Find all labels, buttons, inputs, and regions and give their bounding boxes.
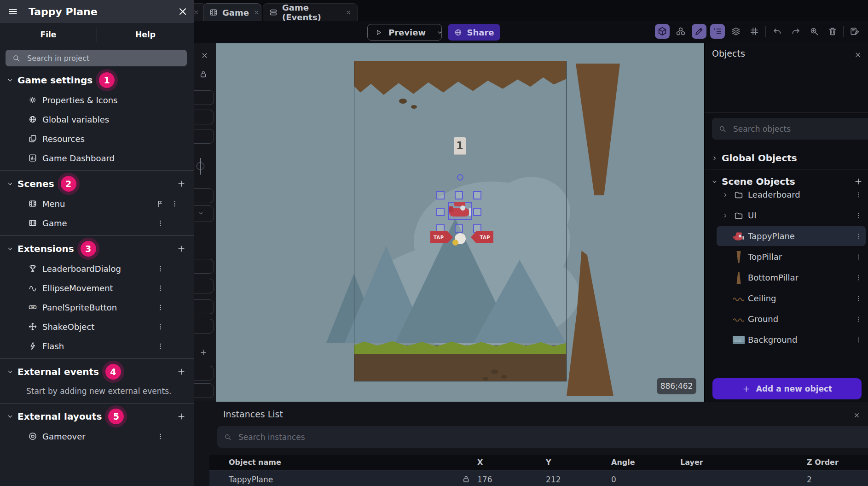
object-menu-icon[interactable] (855, 191, 862, 199)
section-add-icon[interactable] (177, 244, 186, 253)
item-menu-icon[interactable] (156, 323, 164, 331)
grid-button[interactable] (747, 24, 762, 39)
sidebar-item-leaderboarddialog[interactable]: LeaderboardDialog (0, 259, 194, 278)
section-header-external-events[interactable]: External events4 (0, 362, 194, 382)
item-menu-icon[interactable] (156, 304, 164, 311)
section-header-extensions[interactable]: Extensions3 (0, 239, 194, 259)
object-row-leaderboard[interactable]: Leaderboard (705, 184, 868, 205)
resize-handle[interactable] (473, 208, 481, 216)
resize-handle[interactable] (436, 191, 445, 199)
undo-button[interactable] (770, 24, 785, 39)
trash-icon (827, 26, 838, 36)
section-add-icon[interactable] (177, 367, 186, 376)
resize-handle[interactable] (455, 224, 463, 233)
item-menu-icon[interactable] (171, 200, 179, 208)
toggle-3d-view-button[interactable] (655, 24, 670, 39)
chevron-right-icon[interactable] (722, 192, 729, 198)
object-menu-icon[interactable] (855, 233, 862, 240)
chevron-right-icon[interactable] (722, 212, 729, 219)
sidebar-item-resources[interactable]: Resources (0, 129, 194, 148)
resize-handle[interactable] (455, 191, 463, 199)
object-menu-icon[interactable] (855, 253, 862, 261)
tab-game-events[interactable]: Game (Events) (263, 3, 358, 21)
item-menu-icon[interactable] (156, 433, 164, 440)
object-menu-icon[interactable] (855, 274, 862, 281)
section-add-icon[interactable] (177, 179, 186, 188)
close-icon[interactable] (201, 52, 208, 59)
sidebar-item-global-variables[interactable]: Global variables (0, 110, 194, 129)
object-menu-icon[interactable] (855, 212, 862, 219)
unlock-icon[interactable] (199, 70, 208, 78)
preview-button[interactable]: Preview (367, 24, 442, 41)
sidebar-item-ellipsemovement[interactable]: EllipseMovement (0, 278, 194, 298)
zoom-button[interactable] (807, 24, 822, 39)
bottom-pillar-object[interactable] (567, 251, 613, 396)
zoom-in-icon (809, 26, 819, 36)
close-icon[interactable] (853, 412, 860, 419)
menu-file[interactable]: File (0, 30, 97, 39)
top-pillar-object[interactable] (576, 64, 620, 195)
section-header-scenes[interactable]: Scenes2 (0, 174, 194, 194)
item-menu-icon[interactable] (156, 219, 164, 227)
resize-handle[interactable] (436, 208, 445, 216)
project-search-input[interactable] (26, 53, 180, 63)
tab-game-scene[interactable]: Game (203, 3, 261, 21)
close-icon[interactable] (345, 9, 352, 16)
instances-search-input[interactable] (237, 432, 865, 442)
object-row-ground[interactable]: Ground (705, 309, 868, 329)
add-new-object-button[interactable]: Add a new object (712, 378, 862, 399)
instances-search[interactable] (217, 426, 868, 448)
chevron-down-icon[interactable] (436, 29, 443, 36)
item-menu-icon[interactable] (156, 265, 164, 273)
object-row-tappyplane[interactable]: TappyPlane (705, 226, 868, 246)
object-row-toppillar[interactable]: TopPillar (705, 246, 868, 267)
instances-list-button[interactable] (710, 24, 725, 39)
item-menu-icon[interactable] (156, 342, 164, 350)
redo-button[interactable] (788, 24, 803, 39)
global-objects-group[interactable]: Global Objects (711, 152, 797, 164)
objects-search-input[interactable] (732, 124, 868, 134)
objects-search[interactable] (712, 118, 868, 140)
chevron-right-icon[interactable] (711, 155, 718, 162)
object-menu-icon[interactable] (855, 295, 862, 302)
project-search[interactable] (6, 50, 187, 66)
delete-button[interactable] (825, 24, 840, 39)
object-row-background[interactable]: Background (705, 329, 868, 350)
close-icon[interactable] (854, 51, 862, 59)
step-badge: 4 (105, 364, 121, 380)
scene-canvas[interactable]: 1 TAP TAP 886;462 (216, 43, 704, 402)
layers-button[interactable] (729, 24, 743, 39)
plus-icon[interactable] (199, 348, 208, 357)
hamburger-menu-icon[interactable] (7, 6, 18, 17)
unlock-icon[interactable] (462, 475, 470, 483)
section-header-game-settings[interactable]: Game settings1 (0, 70, 194, 90)
edit-events-button[interactable] (847, 24, 862, 39)
rotation-handle[interactable] (457, 174, 463, 181)
section-header-external-layouts[interactable]: External layouts5 (0, 406, 194, 427)
object-row-bottompillar[interactable]: BottomPillar (705, 267, 868, 288)
object-menu-icon[interactable] (855, 316, 862, 323)
object-row-ui[interactable]: UI (705, 205, 868, 226)
menu-help[interactable]: Help (97, 30, 194, 39)
sidebar-item-shakeobject[interactable]: ShakeObject (0, 317, 194, 336)
object-row-ceiling[interactable]: Ceiling (705, 288, 868, 309)
close-icon[interactable] (177, 6, 188, 17)
sidebar-item-game[interactable]: Game (0, 213, 194, 233)
sidebar-item-game-dashboard[interactable]: Game Dashboard (0, 148, 194, 168)
sidebar-item-properties-icons[interactable]: Properties & Icons (0, 90, 194, 110)
sidebar-item-flash[interactable]: Flash (0, 336, 194, 356)
item-menu-icon[interactable] (156, 284, 164, 292)
edit-mode-button[interactable] (692, 24, 706, 39)
sidebar-item-menu[interactable]: Menu (0, 194, 194, 213)
sidebar-item-panelspritebutton[interactable]: OKPanelSpriteButton (0, 298, 194, 317)
resize-handle[interactable] (473, 191, 481, 199)
share-button[interactable]: Share (448, 24, 500, 41)
selected-plane-sprite[interactable] (448, 202, 472, 220)
sidebar-item-gameover[interactable]: Gameover (0, 427, 194, 446)
section-add-icon[interactable] (177, 412, 186, 421)
close-icon[interactable] (253, 9, 260, 16)
object-menu-icon[interactable] (855, 336, 862, 344)
close-icon[interactable] (193, 9, 199, 16)
objects-list-button[interactable] (673, 24, 688, 39)
instances-table-row[interactable]: TappyPlane17621202 (209, 470, 868, 486)
